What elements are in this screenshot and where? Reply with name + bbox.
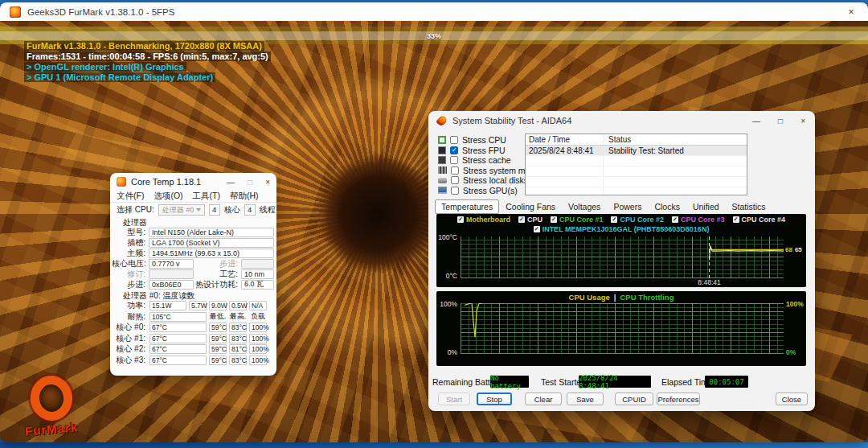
memory-device-icon bbox=[438, 166, 447, 174]
legend-checkbox[interactable]: ✓ bbox=[611, 216, 617, 223]
clear-button[interactable]: Clear bbox=[525, 393, 562, 405]
column-header-1: 最低. bbox=[209, 311, 227, 322]
coretemp-maximize-icon[interactable]: □ bbox=[248, 178, 252, 187]
temp-legend-row1: ✓Motherboard✓CPU✓CPU Core #1✓CPU Core #2… bbox=[436, 214, 806, 224]
stress-checkbox-cache[interactable] bbox=[450, 156, 458, 164]
stop-button[interactable]: Stop bbox=[477, 393, 512, 405]
coretemp-minimize-icon[interactable]: — bbox=[227, 178, 235, 187]
legend-item[interactable]: ✓CPU Core #2 bbox=[611, 216, 664, 224]
legend-item[interactable]: ✓CPU Core #4 bbox=[733, 216, 786, 224]
legend-item[interactable]: ✓CPU Core #1 bbox=[551, 216, 604, 224]
tab-powers[interactable]: Powers bbox=[607, 199, 648, 214]
tab-temperatures[interactable]: Temperatures bbox=[435, 199, 499, 214]
core-temp-value: 67°C bbox=[149, 344, 207, 354]
thread-count-label: 线程 bbox=[260, 204, 276, 216]
legend-label: Motherboard bbox=[466, 216, 510, 224]
legend-checkbox[interactable]: ✓ bbox=[733, 216, 739, 223]
aida64-minimize-icon[interactable]: — bbox=[752, 117, 760, 125]
power-row: 功率:15.1W5.7W9.0W0.5WN/A bbox=[112, 300, 267, 311]
core-min-value: 59°C bbox=[209, 344, 227, 354]
coretemp-readings-table: 功率:15.1W5.7W9.0W0.5WN/A耐热:105°C最低.最高.负载核… bbox=[112, 300, 267, 365]
coretemp-menu-item-1[interactable]: 文件(F) bbox=[117, 191, 144, 202]
core-label: 核心 #3: bbox=[112, 355, 147, 366]
cpu-select-value: 处理器 #0 bbox=[162, 205, 194, 216]
temp-x-tick: 8:48:41 bbox=[698, 278, 720, 286]
taskbar[interactable] bbox=[0, 442, 868, 448]
tab-clocks[interactable]: Clocks bbox=[648, 199, 686, 214]
cpu-select-dropdown[interactable]: 处理器 #0 bbox=[158, 204, 205, 216]
stress-label-cache: Stress cache bbox=[462, 155, 511, 165]
furmark-close-icon[interactable]: × bbox=[844, 6, 858, 18]
legend-label: INTEL MEMPEK1J016GAL (PHBT850603D8016N) bbox=[542, 225, 710, 233]
stepping-right-label: 步进: bbox=[195, 258, 240, 269]
core-temp-value: 67°C bbox=[149, 356, 207, 365]
core-label: 核心 #1: bbox=[112, 333, 147, 344]
legend-checkbox[interactable]: ✓ bbox=[672, 216, 678, 223]
furmark-titlebar[interactable]: Geeks3D FurMark v1.38.1.0 - 5FPS × bbox=[0, 2, 868, 21]
stress-checkbox-cpu[interactable] bbox=[450, 136, 458, 144]
start-button[interactable]: Start bbox=[438, 393, 470, 405]
usage-ylabel-bottom: 0% bbox=[436, 348, 457, 356]
legend-checkbox[interactable]: ✓ bbox=[457, 216, 464, 223]
legend-item[interactable]: ✓Motherboard bbox=[457, 216, 510, 224]
tab-unified[interactable]: Unified bbox=[686, 199, 726, 214]
tab-voltages[interactable]: Voltages bbox=[562, 199, 607, 214]
coretemp-menu-item-4[interactable]: 帮助(H) bbox=[230, 191, 259, 202]
temp-plot-svg bbox=[461, 236, 784, 278]
aida64-titlebar[interactable]: System Stability Test - AIDA64 — □ × bbox=[428, 111, 815, 130]
core-max-value: 83°C bbox=[229, 334, 247, 343]
lithography-field: 10 nm bbox=[241, 269, 274, 279]
legend-label: CPU Core #2 bbox=[620, 216, 664, 224]
thread-count-field: 4 bbox=[244, 204, 256, 216]
temp-plot bbox=[461, 236, 784, 278]
tdp-label: 热设计功耗: bbox=[195, 279, 240, 290]
column-header-2: 最高. bbox=[229, 311, 247, 322]
coretemp-menu-item-3[interactable]: 工具(T) bbox=[193, 191, 220, 202]
legend-item[interactable]: ✓INTEL MEMPEK1J016GAL (PHBT850603D8016N) bbox=[534, 225, 710, 233]
aida64-maximize-icon[interactable]: □ bbox=[778, 117, 783, 125]
coretemp-titlebar[interactable]: Core Temp 1.18.1 — □ × bbox=[110, 173, 276, 191]
core-row-1: 核心 #1:67°C59°C83°C100% bbox=[112, 333, 267, 344]
core-min-value: 59°C bbox=[209, 356, 227, 365]
coretemp-window: Core Temp 1.18.1 — □ × 文件(F)选项(O)工具(T)帮助… bbox=[110, 173, 276, 376]
stress-checkbox-gpu[interactable] bbox=[451, 187, 459, 195]
legend-checkbox[interactable]: ✓ bbox=[518, 216, 525, 223]
log-table-header: Date / TimeStatus bbox=[526, 134, 747, 146]
coretemp-select-row: 选择 CPU: 处理器 #0 4 核心 4 线程 bbox=[117, 204, 276, 216]
power-value-4: 0.5W bbox=[229, 301, 247, 310]
legend-label: CPU Core #4 bbox=[742, 216, 786, 224]
core-label: 核心 #0: bbox=[112, 322, 147, 333]
stress-label-gpu: Stress GPU(s) bbox=[463, 186, 518, 195]
legend-label: CPU Core #3 bbox=[681, 216, 725, 224]
cpuid-button[interactable]: CPUID bbox=[615, 393, 653, 405]
log-row-empty bbox=[526, 177, 747, 187]
cpu-usage-chart-panel: CPU Usage|CPU Throttling 100% 0% 100% 0% bbox=[436, 291, 806, 366]
aida64-close-icon[interactable]: × bbox=[800, 117, 805, 125]
close-button[interactable]: Close bbox=[776, 393, 808, 405]
legend-item[interactable]: ✓CPU bbox=[518, 216, 542, 224]
power-label: 功率: bbox=[112, 300, 147, 311]
preferences-button[interactable]: Preferences bbox=[657, 393, 700, 405]
legend-item[interactable]: ✓CPU Core #3 bbox=[672, 216, 725, 224]
log-header-status: Status bbox=[604, 135, 747, 144]
stress-checkbox-memory[interactable] bbox=[451, 166, 459, 175]
coretemp-menu-item-2[interactable]: 选项(O) bbox=[154, 191, 182, 202]
stress-checkbox-disk[interactable] bbox=[451, 176, 459, 184]
save-button[interactable]: Save bbox=[567, 393, 604, 405]
core-count-label: 核心 bbox=[224, 204, 240, 216]
legend-checkbox[interactable]: ✓ bbox=[551, 216, 557, 223]
tab-statistics[interactable]: Statistics bbox=[726, 199, 772, 214]
coretemp-close-icon[interactable]: × bbox=[265, 178, 270, 187]
legend-label: CPU Core #1 bbox=[559, 216, 604, 224]
revision-label: 修订: bbox=[112, 269, 147, 280]
legend-checkbox[interactable]: ✓ bbox=[534, 226, 540, 232]
usage-chart-title: CPU Usage|CPU Throttling bbox=[436, 293, 806, 302]
usage-right-label-bottom: 0% bbox=[786, 348, 796, 356]
stress-checkbox-fpu[interactable]: ✓ bbox=[450, 146, 458, 154]
log-row[interactable]: 2025/8/24 8:48:41Stability Test: Started bbox=[526, 146, 747, 156]
tab-cooling-fans[interactable]: Cooling Fans bbox=[499, 199, 562, 214]
tjmax-value: 105°C bbox=[149, 312, 207, 322]
chevron-down-icon bbox=[196, 208, 201, 212]
core-max-value: 83°C bbox=[229, 323, 247, 332]
lithography-label: 工艺: bbox=[195, 269, 240, 280]
